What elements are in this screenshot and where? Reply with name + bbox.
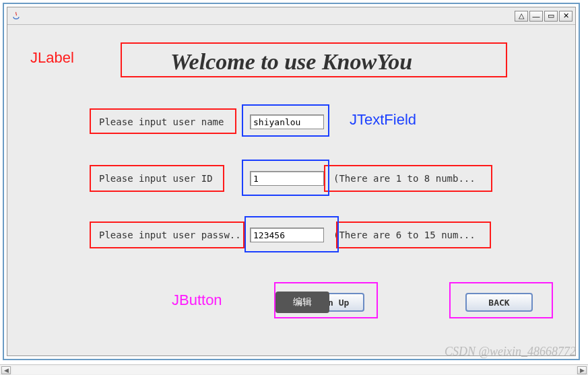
row-userid: Please input user ID (There are 1 to 8 n… bbox=[95, 169, 499, 188]
horizontal-scrollbar[interactable]: ◀ ▶ bbox=[0, 364, 588, 375]
scroll-track[interactable] bbox=[12, 366, 576, 374]
edit-overlay-button[interactable]: 编辑 bbox=[275, 292, 329, 313]
titlebar: △ — ▭ ✕ bbox=[7, 7, 575, 25]
password-label: Please input user passw... bbox=[95, 226, 244, 244]
window-controls: △ — ▭ ✕ bbox=[515, 11, 573, 22]
row-password: Please input user passw... (There are 6 … bbox=[95, 226, 499, 244]
form-body: Welcome to use KnowYou Please input user… bbox=[7, 25, 575, 355]
annot-text-jlabel: JLabel bbox=[30, 49, 74, 67]
minimize-button[interactable]: — bbox=[529, 11, 543, 22]
row-username: Please input user name bbox=[95, 112, 324, 131]
maximize-button[interactable]: ▭ bbox=[544, 11, 558, 22]
password-input[interactable] bbox=[250, 228, 324, 242]
userid-input[interactable] bbox=[250, 171, 324, 186]
close-button[interactable]: ✕ bbox=[559, 11, 573, 22]
window-inner: △ — ▭ ✕ Welcome to use KnowYou Please in… bbox=[7, 7, 576, 356]
userid-hint: (There are 1 to 8 numb... bbox=[331, 170, 499, 187]
userid-label: Please input user ID bbox=[95, 169, 244, 188]
annot-text-jtextfield: JTextField bbox=[350, 111, 416, 129]
annot-text-jbutton: JButton bbox=[172, 292, 222, 309]
username-input[interactable] bbox=[250, 114, 324, 129]
window-frame: △ — ▭ ✕ Welcome to use KnowYou Please in… bbox=[3, 3, 580, 360]
java-icon bbox=[10, 10, 22, 22]
scroll-right-icon[interactable]: ▶ bbox=[577, 366, 587, 374]
username-label: Please input user name bbox=[95, 112, 244, 131]
back-button[interactable]: BACK bbox=[465, 293, 533, 312]
password-hint: (There are 6 to 15 num... bbox=[331, 226, 499, 244]
collapse-button[interactable]: △ bbox=[515, 11, 528, 22]
watermark: CSDN @weixin_48668772 bbox=[445, 345, 576, 359]
scroll-left-icon[interactable]: ◀ bbox=[1, 366, 11, 374]
welcome-label: Welcome to use KnowYou bbox=[170, 49, 412, 75]
